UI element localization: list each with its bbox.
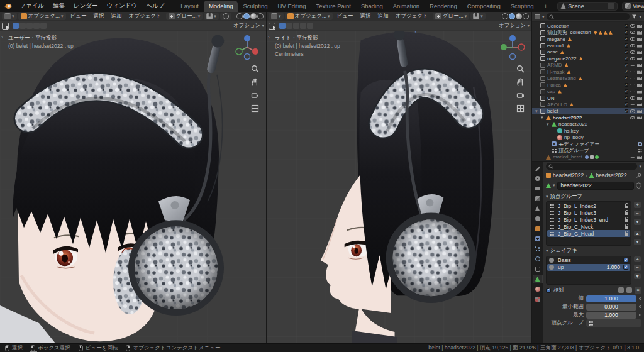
toggle-perspective-icon[interactable]	[251, 104, 259, 113]
select-box-tool-icon[interactable]	[269, 23, 275, 30]
eye-open-icon[interactable]	[630, 24, 635, 28]
properties-tab[interactable]	[533, 165, 542, 172]
navigation-gizmo[interactable]	[498, 33, 527, 62]
camera-view-icon[interactable]	[516, 91, 525, 99]
new-scene-button[interactable]	[608, 3, 614, 9]
sidebar-collapse-arrow[interactable]: ›	[1, 35, 3, 40]
eye-open-icon[interactable]	[630, 116, 635, 120]
eye-closed-icon[interactable]	[630, 70, 635, 72]
camera-icon[interactable]	[637, 24, 642, 28]
outliner-item[interactable]: ARMD	[532, 62, 644, 69]
rendered-shading-button[interactable]	[257, 13, 264, 19]
outliner-item[interactable]: 猫山美兎_collection	[532, 29, 644, 35]
camera-view-icon[interactable]	[251, 91, 259, 99]
navigation-gizmo[interactable]	[233, 33, 262, 62]
properties-tab[interactable]	[533, 255, 542, 263]
lock-icon[interactable]	[625, 219, 628, 223]
workspace-tab[interactable]: +	[539, 1, 553, 12]
eye-open-icon[interactable]	[630, 44, 635, 48]
expand-arrow[interactable]	[535, 109, 540, 114]
scene-selector[interactable]: Scene	[557, 2, 618, 11]
breadcrumb-object[interactable]: headset2022	[553, 172, 584, 179]
material-preview-button[interactable]	[250, 13, 257, 19]
axis-y[interactable]	[236, 48, 242, 55]
pin-icon[interactable]	[636, 173, 641, 179]
outliner-item[interactable]: hp_body	[532, 134, 644, 140]
checkbox[interactable]	[625, 63, 629, 68]
camera-icon[interactable]	[637, 70, 642, 74]
breadcrumb-data[interactable]: headset2022	[596, 172, 627, 179]
outliner-item[interactable]: cap	[532, 88, 644, 94]
viewport-right[interactable]: ▾ オブジェク...▾ ビュー選択追加オブジェクト グロー...▾ ▾	[266, 12, 531, 343]
properties-tab[interactable]	[533, 205, 542, 212]
camera-icon[interactable]	[637, 44, 642, 48]
vertex-group-row[interactable]: J_Bip_L_Index2	[547, 202, 630, 209]
shape-key-specials-button[interactable]: ▾	[633, 273, 641, 280]
checkbox[interactable]	[625, 43, 629, 48]
add-shape-key-button[interactable]: +	[633, 256, 641, 263]
viewport-options-dropdown[interactable]: オプション▾	[499, 22, 530, 30]
select-invert-mode[interactable]	[300, 23, 306, 29]
camera-icon[interactable]	[637, 90, 642, 94]
vertex-group-icon[interactable]	[638, 148, 642, 153]
expand-arrow[interactable]	[547, 122, 552, 127]
properties-tab[interactable]	[533, 245, 542, 253]
workspace-tab[interactable]: Animation	[388, 1, 425, 12]
remove-vertex-group-button[interactable]: −	[633, 210, 641, 217]
select-intersect-mode[interactable]	[307, 23, 313, 29]
mode-dropdown[interactable]: オブジェク...▾	[285, 13, 333, 20]
material-preview-button[interactable]	[516, 13, 522, 19]
axis-z[interactable]	[244, 35, 250, 41]
datablock-name-field[interactable]: headset2022	[557, 182, 634, 190]
lock-icon[interactable]	[625, 226, 628, 229]
outliner-item[interactable]: Palica	[532, 82, 644, 88]
eye-open-icon[interactable]	[630, 57, 635, 61]
editor-type-dropdown[interactable]: ▾	[2, 13, 17, 20]
outliner-item[interactable]: acse	[532, 49, 644, 55]
viewport-menu-item[interactable]: オブジェクト	[392, 13, 431, 20]
solid-shading-button[interactable]	[509, 13, 515, 19]
select-set-mode[interactable]	[13, 23, 19, 29]
viewport-menu-item[interactable]: オブジェクト	[126, 13, 165, 20]
solid-shading-button[interactable]	[243, 13, 250, 19]
workspace-tab[interactable]: UV Editing	[273, 1, 311, 12]
properties-tab[interactable]	[533, 185, 542, 192]
select-subtract-mode[interactable]	[293, 23, 299, 29]
expand-arrow[interactable]	[541, 115, 546, 120]
shape-key-mute-checkbox[interactable]	[623, 258, 628, 263]
viewport-menu-item[interactable]: 選択	[357, 13, 374, 20]
show-only-icon[interactable]	[618, 287, 624, 293]
zoom-icon[interactable]	[516, 65, 525, 73]
workspace-tab[interactable]: Texture Paint	[311, 1, 355, 12]
viewport-left[interactable]: ▾ オブジェク...▾ ビュー選択追加オブジェクト グロー...▾ ▾	[0, 12, 266, 343]
camera-icon[interactable]	[637, 116, 642, 119]
camera-icon[interactable]	[637, 102, 642, 106]
remove-shape-key-button[interactable]: −	[633, 264, 641, 272]
eye-closed-icon[interactable]	[630, 83, 635, 85]
pan-hand-icon[interactable]	[516, 78, 525, 86]
vertex-group-specials-button[interactable]: ▾	[633, 218, 641, 226]
properties-tab[interactable]	[533, 275, 542, 283]
proportional-edit-dropdown[interactable]	[220, 13, 231, 20]
properties-tab[interactable]	[533, 215, 542, 223]
checkbox[interactable]	[625, 102, 629, 107]
camera-icon[interactable]	[637, 109, 642, 113]
shape-key-row[interactable]: Basis	[547, 257, 630, 264]
properties-tab[interactable]	[533, 265, 542, 273]
sidebar-collapse-arrow[interactable]: ›	[268, 35, 270, 40]
select-extend-mode[interactable]	[19, 23, 26, 29]
outliner-item[interactable]: APOLLO	[532, 101, 644, 107]
camera-icon[interactable]	[637, 50, 642, 54]
eye-open-icon[interactable]	[630, 37, 635, 41]
camera-icon[interactable]	[637, 57, 642, 60]
lock-icon[interactable]	[625, 233, 628, 236]
filter-icon[interactable]	[631, 14, 637, 19]
workspace-tab[interactable]: Shading	[356, 1, 388, 12]
select-intersect-mode[interactable]	[40, 23, 47, 29]
viewport-options-dropdown[interactable]: オプション▾	[233, 22, 264, 30]
workspace-tab[interactable]: Rendering	[425, 1, 462, 12]
camera-icon[interactable]	[637, 96, 642, 100]
zoom-icon[interactable]	[251, 65, 259, 73]
blender-logo[interactable]	[4, 2, 12, 10]
properties-tab[interactable]	[533, 285, 542, 293]
